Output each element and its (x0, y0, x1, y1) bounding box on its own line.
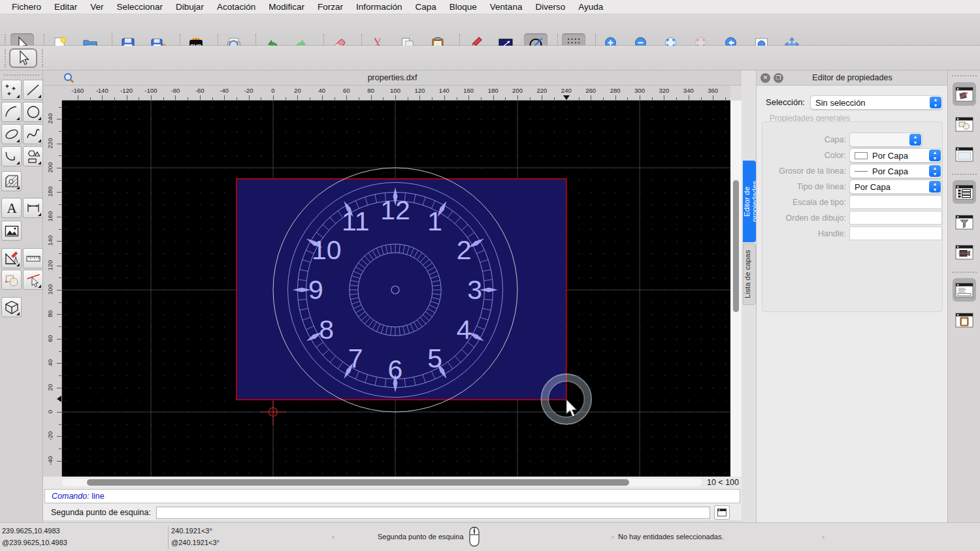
panel-tab-lista-de-capas[interactable]: Lista de capas (743, 244, 756, 305)
rulericon-icon (25, 250, 42, 267)
ruler-label: 60 (337, 87, 355, 94)
submenu-indicator-icon (38, 95, 41, 98)
field-grosor-de-la-linea-label: Grosor de la línea: (762, 166, 846, 176)
panel-titlebar: ✕ ❐ Editor de propiedades (757, 71, 948, 86)
palette-drag-handle (4, 74, 39, 76)
solid-3d-tool[interactable] (1, 297, 22, 317)
property-editor-panel-button[interactable] (953, 180, 976, 204)
field-orden-de-dibujo-input[interactable] (849, 211, 942, 225)
horizontal-scrollbar[interactable] (62, 479, 702, 486)
field-capa-label: Capa: (762, 135, 846, 144)
ruler-tick (102, 95, 103, 100)
drafting-tools[interactable] (1, 248, 22, 268)
ruler-tick (57, 217, 61, 217)
ruler-label: 320 (655, 87, 673, 94)
drawing-canvas[interactable]: 123456789101112 (62, 101, 730, 477)
ruler-tick (725, 97, 726, 100)
submenu-indicator-icon (16, 263, 20, 266)
block-editor-panel-button[interactable] (953, 82, 976, 106)
ruler-tick (59, 302, 61, 303)
vertical-scrollbar[interactable] (730, 101, 742, 477)
image-tool[interactable] (1, 221, 22, 241)
line-tool[interactable] (23, 80, 43, 100)
main-toolbar: SVG (0, 14, 980, 46)
menu-informacion[interactable]: Información (350, 2, 409, 12)
measure-tool[interactable] (23, 248, 43, 268)
status-bar: 239.9625,10.4983 @239.9625,10.4983 240.1… (0, 522, 980, 551)
vertical-scrollbar-thumb[interactable] (733, 180, 739, 312)
command-input[interactable] (156, 507, 710, 519)
ruler-label: 140 (435, 87, 453, 94)
ruler-tick (90, 97, 91, 100)
field-tipo-de-linea-combo[interactable]: Por Capa▲▼ (849, 180, 942, 194)
library-browser-panel-button[interactable] (953, 112, 976, 136)
menu-ayuda[interactable]: Ayuda (572, 2, 610, 12)
hatch-tool[interactable] (1, 171, 22, 191)
ruler-label: 80 (46, 305, 54, 323)
field-escala-de-tipo-input[interactable] (849, 195, 942, 209)
ruler-tick (59, 253, 61, 254)
menu-acotacion[interactable]: Acotación (210, 2, 262, 12)
selection-combo[interactable]: Sin selección ▲▼ (810, 95, 943, 110)
selection-value: Sin selección (815, 98, 866, 108)
menu-forzar[interactable]: Forzar (311, 2, 350, 12)
menu-seleccionar[interactable]: Seleccionar (110, 2, 170, 12)
polar-relative-coordinate: @240.1921<3° (171, 539, 220, 546)
ruler-tick (57, 436, 61, 437)
ruler-label: 240 (557, 87, 576, 94)
statusbar-dot (612, 536, 614, 539)
panel-tab-editor-de-propiedades[interactable]: Editor de propiedades (743, 161, 756, 242)
modify-tools[interactable] (1, 270, 22, 290)
command-history-value: line (91, 492, 104, 501)
ruler-label: 40 (313, 87, 331, 94)
arc-tool[interactable] (1, 102, 22, 122)
field-color-combo[interactable]: Por Capa▲▼ (849, 148, 942, 163)
shapes-tool[interactable] (23, 146, 43, 166)
svg-text:8: 8 (319, 315, 334, 345)
statusbar-dot (332, 536, 335, 539)
points-tool[interactable] (1, 80, 22, 100)
ruler-tick (59, 326, 61, 327)
ellipse-tool[interactable] (1, 124, 22, 144)
selection-filter-panel-button[interactable] (953, 210, 976, 234)
menu-capa[interactable]: Capa (409, 2, 443, 12)
modify-delete-tool[interactable] (23, 270, 43, 290)
strip-drag-handle (952, 75, 977, 76)
view-panel-button[interactable] (953, 240, 976, 264)
selection-mode-button[interactable] (9, 48, 37, 68)
text-tool[interactable]: A (1, 198, 22, 218)
ruler-label: 120 (410, 87, 429, 94)
ruler-tick (627, 97, 628, 100)
ruler-tick (57, 339, 61, 339)
menu-ventana[interactable]: Ventana (483, 2, 529, 12)
field-handle-input[interactable] (849, 227, 942, 240)
spline-tool[interactable] (23, 124, 43, 144)
menu-diverso[interactable]: Diverso (529, 2, 572, 12)
ruler-label: -40 (46, 451, 54, 469)
menu-ver[interactable]: Ver (84, 2, 110, 12)
svg-text:11: 11 (342, 206, 370, 236)
menu-dibujar[interactable]: Dibujar (169, 2, 210, 12)
command-window-button[interactable] (714, 505, 730, 520)
submenu-indicator-icon (38, 161, 41, 165)
panel-tab-strip: Editor de propiedadesLista de capas (742, 71, 756, 522)
command-line-panel-button[interactable] (953, 278, 976, 302)
field-grosor-de-la-linea-combo[interactable]: Por Capa▲▼ (849, 164, 942, 178)
ruler-tick (114, 97, 115, 100)
ruler-tick (408, 97, 408, 100)
horizontal-scrollbar-thumb[interactable] (87, 479, 629, 486)
menu-bloque[interactable]: Bloque (443, 2, 483, 12)
clipboard-panel-button[interactable] (953, 308, 976, 332)
field-color-label: Color: (762, 151, 846, 160)
menu-fichero[interactable]: Fichero (5, 2, 48, 12)
menu-modificar[interactable]: Modificar (262, 2, 311, 12)
polyline-tool[interactable] (1, 146, 22, 166)
menu-editar[interactable]: Editar (48, 2, 84, 12)
viewports-panel-button[interactable] (953, 142, 976, 166)
circle-tool[interactable] (23, 102, 43, 122)
dimension-tool[interactable] (23, 198, 43, 218)
field-capa-combo[interactable]: ▲▼ (849, 133, 923, 147)
ruler-label: 180 (484, 87, 502, 94)
submenu-indicator-icon (16, 117, 20, 120)
ruler-tick (346, 95, 347, 100)
